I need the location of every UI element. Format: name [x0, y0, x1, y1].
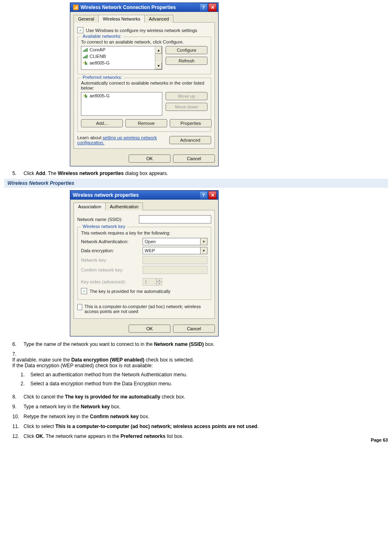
- use-windows-checkbox[interactable]: ✓: [77, 27, 83, 33]
- svg-point-11: [83, 95, 85, 97]
- auth-select[interactable]: Open ▼: [143, 238, 208, 245]
- add-button[interactable]: Add...: [81, 119, 123, 127]
- tab-wireless-networks[interactable]: Wireless Networks: [98, 15, 145, 23]
- advanced-button[interactable]: Advanced: [169, 136, 211, 144]
- app-icon: 📶: [73, 5, 79, 10]
- page-number: Page 63: [371, 438, 388, 442]
- tab-advanced[interactable]: Advanced: [144, 15, 173, 23]
- tab-association[interactable]: Association: [74, 203, 106, 210]
- chevron-down-icon: ▼: [200, 238, 208, 245]
- learn-about-text: Learn about setting up wireless network …: [77, 135, 169, 145]
- network-key-label: Network key:: [81, 258, 143, 263]
- list-item: CoreAP: [81, 46, 155, 53]
- remove-button[interactable]: Remove: [125, 119, 167, 127]
- step-number: 7.: [12, 351, 22, 357]
- move-down-button[interactable]: Move down: [166, 103, 208, 111]
- encryption-select[interactable]: WEP ▼: [143, 247, 208, 254]
- secure-signal-icon: [83, 61, 88, 65]
- substep-number: 2.: [21, 381, 30, 387]
- section-heading: Wireless Network Properties: [4, 179, 388, 188]
- available-networks-list[interactable]: CoreAP CLIENB ae8005-G ▲ ▼: [81, 46, 162, 70]
- step-number: 9.: [12, 404, 22, 410]
- preferred-networks-legend: Preferred networks:: [81, 75, 124, 80]
- signal-icon: [83, 54, 88, 58]
- secure-signal-icon: [83, 94, 88, 98]
- cancel-button[interactable]: Cancel: [173, 325, 215, 333]
- auto-key-label: The key is provided for me automatically: [90, 289, 171, 294]
- svg-rect-7: [87, 55, 88, 58]
- adhoc-label: This is a computer-to-computer (ad hoc) …: [85, 304, 211, 314]
- svg-rect-9: [85, 61, 86, 65]
- move-up-button[interactable]: Move up: [166, 92, 208, 100]
- spinner-down-icon: ▼: [157, 282, 162, 286]
- encryption-label: Data encryption:: [81, 248, 143, 253]
- step-number: 10.: [12, 414, 22, 419]
- preferred-networks-list[interactable]: ae8005-G: [81, 92, 162, 116]
- spinner-up-icon: ▲: [157, 278, 162, 282]
- available-networks-legend: Available networks:: [81, 34, 123, 39]
- confirm-key-input[interactable]: [143, 266, 208, 274]
- help-button[interactable]: ?: [199, 191, 208, 199]
- signal-icon: [83, 48, 88, 52]
- step-number: 12.: [12, 433, 22, 439]
- step-number: 6.: [12, 341, 22, 347]
- confirm-key-label: Confirm network key:: [81, 267, 143, 272]
- step-number: 11.: [12, 424, 22, 429]
- tab-authentication[interactable]: Authentication: [105, 203, 143, 210]
- key-index-label: Key index (advanced):: [81, 279, 143, 284]
- step-number: 5.: [12, 170, 22, 176]
- refresh-button[interactable]: Refresh: [166, 57, 208, 65]
- substep-number: 1.: [21, 372, 30, 378]
- properties-button[interactable]: Properties: [170, 119, 212, 127]
- svg-rect-3: [87, 48, 88, 52]
- auto-key-checkbox[interactable]: ✓: [81, 288, 87, 294]
- key-index-spinner[interactable]: 1 ▲ ▼: [143, 278, 162, 286]
- close-button[interactable]: ✕: [208, 3, 217, 12]
- list-item: ae8005-G: [81, 92, 162, 99]
- scroll-up-button[interactable]: ▲: [155, 46, 162, 54]
- titlebar: 📶 Wireless Network Connection Properties…: [70, 3, 218, 12]
- auth-label: Network Authentication:: [81, 239, 143, 244]
- list-item: ae8005-G: [81, 60, 155, 66]
- svg-point-8: [83, 62, 85, 64]
- ssid-input[interactable]: [139, 215, 211, 223]
- network-key-input[interactable]: [143, 256, 208, 264]
- window-title: Wireless network properties: [73, 192, 198, 198]
- svg-rect-6: [85, 55, 86, 58]
- svg-rect-12: [85, 94, 86, 98]
- titlebar: Wireless network properties ? ✕: [70, 191, 218, 200]
- preferred-hint: Automatically connect to available netwo…: [81, 81, 208, 90]
- svg-rect-4: [83, 57, 84, 58]
- close-button[interactable]: ✕: [208, 191, 217, 199]
- chevron-down-icon: ▼: [200, 247, 208, 254]
- svg-rect-13: [86, 95, 87, 98]
- svg-rect-10: [86, 62, 87, 65]
- window-title: Wireless Network Connection Properties: [81, 5, 198, 10]
- wireless-network-properties-dialog: Wireless network properties ? ✕ Associat…: [70, 190, 219, 336]
- help-button[interactable]: ?: [199, 3, 208, 12]
- available-hint: To connect to an available network, clic…: [81, 39, 208, 44]
- svg-rect-1: [84, 50, 85, 52]
- configure-button[interactable]: Configure: [166, 46, 208, 54]
- use-windows-label: Use Windows to configure my wireless net…: [86, 28, 197, 33]
- svg-rect-2: [85, 49, 86, 52]
- svg-rect-0: [83, 51, 84, 52]
- step-number: 8.: [12, 394, 22, 400]
- scrollbar[interactable]: ▲ ▼: [155, 46, 162, 69]
- list-item: CLIENB: [81, 53, 155, 60]
- cancel-button[interactable]: Cancel: [173, 154, 215, 163]
- key-hint: This network requires a key for the foll…: [81, 230, 208, 235]
- ok-button[interactable]: OK: [129, 325, 171, 333]
- ok-button[interactable]: OK: [129, 154, 171, 163]
- wireless-key-legend: Wireless network key: [81, 224, 127, 229]
- svg-rect-5: [84, 56, 85, 58]
- wireless-connection-properties-dialog: 📶 Wireless Network Connection Properties…: [70, 2, 219, 166]
- scroll-down-button[interactable]: ▼: [155, 62, 162, 69]
- tab-general[interactable]: General: [74, 15, 99, 23]
- adhoc-checkbox[interactable]: [77, 304, 82, 310]
- ssid-label: Network name (SSID):: [77, 217, 139, 222]
